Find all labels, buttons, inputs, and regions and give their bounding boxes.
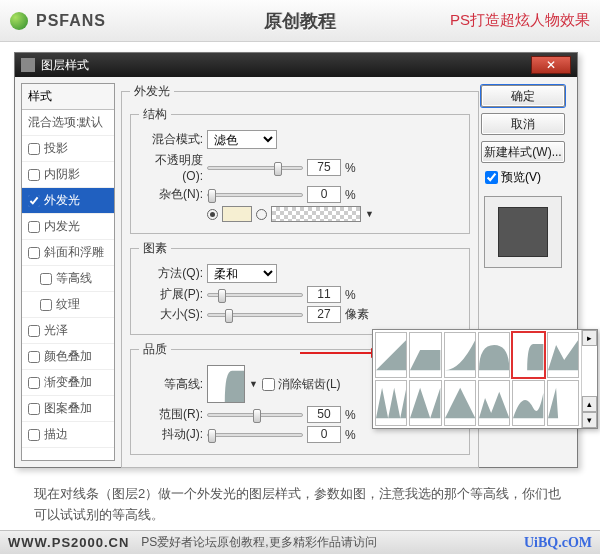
style-item[interactable]: 投影 xyxy=(22,136,114,162)
style-item[interactable]: 描边 xyxy=(22,422,114,448)
style-checkbox[interactable] xyxy=(28,377,40,389)
style-item[interactable]: 等高线 xyxy=(22,266,114,292)
gradient-swatch[interactable] xyxy=(271,206,361,222)
style-item[interactable]: 内发光 xyxy=(22,214,114,240)
size-slider[interactable] xyxy=(207,313,303,317)
preview-box xyxy=(484,196,562,268)
blend-mode-label: 混合模式: xyxy=(139,131,203,148)
contour-option[interactable] xyxy=(444,332,476,378)
contour-option[interactable] xyxy=(444,380,476,426)
contour-option[interactable] xyxy=(512,380,544,426)
size-input[interactable]: 27 xyxy=(307,306,341,323)
color-radio[interactable] xyxy=(207,209,218,220)
noise-label: 杂色(N): xyxy=(139,186,203,203)
style-label: 外发光 xyxy=(44,192,80,209)
noise-slider[interactable] xyxy=(207,193,303,197)
opacity-input[interactable]: 75 xyxy=(307,159,341,176)
jitter-input[interactable]: 0 xyxy=(307,426,341,443)
opacity-slider[interactable] xyxy=(207,166,303,170)
style-checkbox[interactable] xyxy=(40,273,52,285)
chevron-down-icon[interactable]: ▼ xyxy=(249,379,258,389)
percent-unit: % xyxy=(345,161,356,175)
range-slider[interactable] xyxy=(207,413,303,417)
contour-option[interactable] xyxy=(409,332,441,378)
contour-option[interactable] xyxy=(375,380,407,426)
size-label: 大小(S): xyxy=(139,306,203,323)
spread-slider[interactable] xyxy=(207,293,303,297)
spread-input[interactable]: 11 xyxy=(307,286,341,303)
picker-sidebar: ▸ ▴ ▾ xyxy=(581,330,597,428)
style-item-outer-glow[interactable]: 外发光 xyxy=(22,188,114,214)
style-checkbox[interactable] xyxy=(28,221,40,233)
contour-option[interactable] xyxy=(547,332,579,378)
antialias-checkbox[interactable]: 消除锯齿(L) xyxy=(262,376,341,393)
style-checkbox[interactable] xyxy=(28,143,40,155)
style-checkbox[interactable] xyxy=(28,195,40,207)
style-label: 等高线 xyxy=(56,270,92,287)
style-item[interactable]: 颜色叠加 xyxy=(22,344,114,370)
dialog-right-buttons: 确定 取消 新建样式(W)... 预览(V) xyxy=(481,85,565,268)
gradient-radio[interactable] xyxy=(256,209,267,220)
style-item[interactable]: 斜面和浮雕 xyxy=(22,240,114,266)
noise-input[interactable]: 0 xyxy=(307,186,341,203)
style-item[interactable]: 图案叠加 xyxy=(22,396,114,422)
scroll-down-icon[interactable]: ▾ xyxy=(582,412,597,428)
range-label: 范围(R): xyxy=(139,406,203,423)
style-checkbox[interactable] xyxy=(40,299,52,311)
style-item[interactable]: 内阴影 xyxy=(22,162,114,188)
checkbox[interactable] xyxy=(485,171,498,184)
style-checkbox[interactable] xyxy=(28,351,40,363)
effect-legend: 外发光 xyxy=(130,83,174,100)
style-item[interactable]: 光泽 xyxy=(22,318,114,344)
style-checkbox[interactable] xyxy=(28,247,40,259)
spread-label: 扩展(P): xyxy=(139,286,203,303)
technique-select[interactable]: 柔和 xyxy=(207,264,277,283)
blend-mode-select[interactable]: 滤色 xyxy=(207,130,277,149)
group-quality-legend: 品质 xyxy=(139,341,171,358)
watermark: UiBQ.cOM xyxy=(524,535,592,551)
footer-url: WWW.PS2000.CN xyxy=(8,535,129,550)
group-structure: 结构 混合模式: 滤色 不透明度(O): 75 % 杂色(N): xyxy=(130,106,470,234)
styles-blending[interactable]: 混合选项:默认 xyxy=(22,110,114,136)
jitter-slider[interactable] xyxy=(207,433,303,437)
styles-panel: 样式 混合选项:默认 投影 内阴影 外发光 内发光 斜面和浮雕 等高线 纹理 光… xyxy=(21,83,115,461)
style-item[interactable]: 纹理 xyxy=(22,292,114,318)
color-swatch[interactable] xyxy=(222,206,252,222)
style-item[interactable]: 渐变叠加 xyxy=(22,370,114,396)
dialog-titlebar[interactable]: 图层样式 ✕ xyxy=(15,53,577,77)
style-checkbox[interactable] xyxy=(28,429,40,441)
checkbox[interactable] xyxy=(262,378,275,391)
jitter-label: 抖动(J): xyxy=(139,426,203,443)
preview-toggle[interactable]: 预览(V) xyxy=(485,169,565,186)
styles-header[interactable]: 样式 xyxy=(22,84,114,110)
picker-menu-icon[interactable]: ▸ xyxy=(582,330,597,346)
close-button[interactable]: ✕ xyxy=(531,56,571,74)
style-checkbox[interactable] xyxy=(28,403,40,415)
header-right: PS打造超炫人物效果 xyxy=(450,11,590,30)
range-input[interactable]: 50 xyxy=(307,406,341,423)
contour-option[interactable] xyxy=(478,380,510,426)
new-style-button[interactable]: 新建样式(W)... xyxy=(481,141,565,163)
contour-option[interactable] xyxy=(375,332,407,378)
ok-button[interactable]: 确定 xyxy=(481,85,565,107)
scroll-up-icon[interactable]: ▴ xyxy=(582,396,597,412)
chevron-down-icon[interactable]: ▼ xyxy=(365,209,374,219)
style-label: 内发光 xyxy=(44,218,80,235)
styles-list: 混合选项:默认 投影 内阴影 外发光 内发光 斜面和浮雕 等高线 纹理 光泽 颜… xyxy=(22,110,114,448)
logo-icon xyxy=(10,12,28,30)
style-checkbox[interactable] xyxy=(28,169,40,181)
contour-option[interactable] xyxy=(547,380,579,426)
style-label: 光泽 xyxy=(44,322,68,339)
style-checkbox[interactable] xyxy=(28,325,40,337)
contour-shape-icon xyxy=(208,366,244,402)
contour-option[interactable] xyxy=(409,380,441,426)
contour-option[interactable] xyxy=(478,332,510,378)
contour-option-selected[interactable] xyxy=(512,332,544,378)
px-unit: 像素 xyxy=(345,306,369,323)
percent-unit: % xyxy=(345,288,356,302)
percent-unit: % xyxy=(345,428,356,442)
cancel-button[interactable]: 取消 xyxy=(481,113,565,135)
contour-preview[interactable] xyxy=(207,365,245,403)
dialog-icon xyxy=(21,58,35,72)
group-image: 图素 方法(Q): 柔和 扩展(P): 11 % 大小(S): xyxy=(130,240,470,335)
